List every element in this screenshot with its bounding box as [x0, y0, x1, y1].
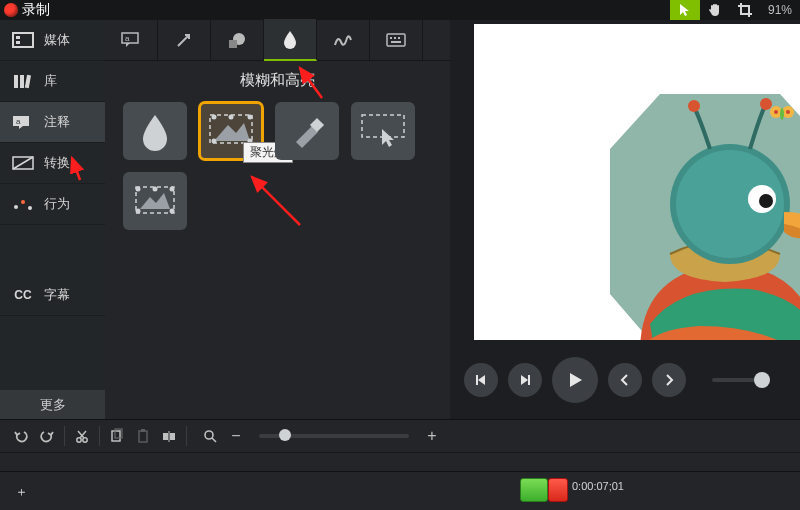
undo-button[interactable] — [8, 423, 34, 449]
sidebar-item-transition[interactable]: 转换 — [0, 143, 105, 184]
svg-rect-17 — [390, 37, 392, 39]
tab-keyboard[interactable] — [370, 20, 423, 60]
effect-blur[interactable] — [123, 102, 187, 160]
prev-frame-button[interactable] — [464, 363, 498, 397]
section-title: 模糊和高亮 — [105, 71, 450, 90]
sidebar-more-button[interactable]: 更多 — [0, 390, 105, 420]
record-icon — [4, 3, 18, 17]
zoom-knob[interactable] — [279, 429, 291, 441]
svg-point-23 — [229, 115, 234, 120]
sidebar-item-annotation[interactable]: a 注释 — [0, 102, 105, 143]
play-button[interactable] — [552, 357, 598, 403]
pointer-tool[interactable] — [670, 0, 700, 20]
paste-icon — [136, 429, 150, 443]
svg-point-33 — [136, 209, 141, 214]
svg-rect-2 — [16, 41, 20, 44]
sidebar-item-label: 注释 — [44, 113, 70, 131]
title-bar: 录制 91% — [0, 0, 800, 22]
svg-rect-47 — [476, 375, 478, 385]
tab-arrow[interactable] — [158, 20, 211, 60]
record-label: 录制 — [22, 1, 50, 19]
svg-point-32 — [170, 187, 175, 192]
chevron-right-icon — [663, 374, 675, 386]
sidebar-item-library[interactable]: 库 — [0, 61, 105, 102]
timeline-ruler[interactable] — [0, 453, 800, 472]
svg-rect-4 — [20, 75, 24, 88]
sidebar-item-label: 行为 — [44, 195, 70, 213]
effect-spotlight[interactable]: 聚光灯 — [199, 102, 263, 160]
svg-rect-48 — [528, 375, 530, 385]
sidebar-item-label: 库 — [44, 72, 57, 90]
effect-pixelate[interactable] — [123, 172, 187, 230]
svg-rect-3 — [14, 75, 18, 88]
media-icon — [12, 31, 34, 49]
svg-rect-19 — [398, 37, 400, 39]
behavior-icon — [12, 195, 34, 213]
chevron-left-icon — [619, 374, 631, 386]
redo-icon — [40, 429, 54, 443]
clip-2[interactable] — [548, 478, 568, 502]
preview-canvas[interactable] — [474, 24, 800, 340]
tools-panel: a 模糊和高亮 聚光灯 — [105, 20, 450, 420]
slider-knob[interactable] — [754, 372, 770, 388]
sidebar: 媒体 库 a 注释 转换 行为 CC 字幕 更多 — [0, 20, 105, 420]
sidebar-item-media[interactable]: 媒体 — [0, 20, 105, 61]
tab-sketch[interactable] — [317, 20, 370, 60]
svg-text:a: a — [16, 117, 21, 126]
hand-tool[interactable] — [700, 0, 730, 20]
svg-point-25 — [212, 139, 217, 144]
play-icon — [566, 371, 584, 389]
pointer-icon — [678, 3, 692, 17]
step-back-icon — [474, 373, 488, 387]
sidebar-item-behavior[interactable]: 行为 — [0, 184, 105, 225]
prev-clip-button[interactable] — [608, 363, 642, 397]
drop-icon — [283, 30, 297, 48]
sidebar-item-label: 媒体 — [44, 31, 70, 49]
next-clip-button[interactable] — [652, 363, 686, 397]
svg-rect-54 — [141, 429, 145, 432]
copy-icon — [110, 429, 124, 443]
paste-button[interactable] — [130, 423, 156, 449]
tab-callout[interactable]: a — [105, 20, 158, 60]
tab-shape[interactable] — [211, 20, 264, 60]
clip-1[interactable] — [520, 478, 548, 502]
svg-point-22 — [212, 115, 217, 120]
play-slider[interactable] — [712, 378, 770, 382]
arrow-icon — [175, 31, 193, 49]
keyboard-icon — [386, 33, 406, 47]
crop-tool[interactable] — [730, 0, 760, 20]
effect-highlight[interactable] — [275, 102, 339, 160]
zoom-in-button[interactable]: + — [419, 423, 445, 449]
effect-interactive[interactable] — [351, 102, 415, 160]
svg-point-31 — [153, 187, 158, 192]
sidebar-item-caption[interactable]: CC 字幕 — [0, 275, 105, 316]
hand-icon — [707, 2, 723, 18]
effect-thumbnails: 聚光灯 — [105, 102, 450, 230]
split-button[interactable] — [156, 423, 182, 449]
record-button[interactable]: 录制 — [4, 0, 50, 20]
svg-point-24 — [248, 115, 253, 120]
zoom-slider[interactable] — [259, 434, 409, 438]
timeline-toolbar: − + — [0, 420, 800, 453]
scissors-icon — [75, 429, 89, 443]
preview-content — [600, 94, 800, 340]
cut-button[interactable] — [69, 423, 95, 449]
copy-button[interactable] — [104, 423, 130, 449]
svg-rect-51 — [112, 431, 120, 441]
redo-button[interactable] — [34, 423, 60, 449]
svg-point-34 — [170, 209, 175, 214]
zoom-level[interactable]: 91% — [768, 3, 792, 17]
interactive-icon — [358, 111, 408, 151]
svg-point-30 — [136, 187, 141, 192]
add-track-button[interactable]: ＋ — [14, 485, 28, 499]
tab-blur-highlight[interactable] — [264, 19, 317, 61]
svg-rect-55 — [163, 433, 168, 440]
timeline-tracks[interactable]: ＋ 0:00:07;01 — [0, 472, 800, 510]
svg-point-44 — [760, 98, 772, 110]
sidebar-item-label: 转换 — [44, 154, 70, 172]
step-fwd-icon — [518, 373, 532, 387]
zoom-out-button[interactable]: − — [223, 423, 249, 449]
next-frame-button[interactable] — [508, 363, 542, 397]
svg-point-57 — [205, 431, 213, 439]
svg-text:a: a — [125, 34, 130, 43]
